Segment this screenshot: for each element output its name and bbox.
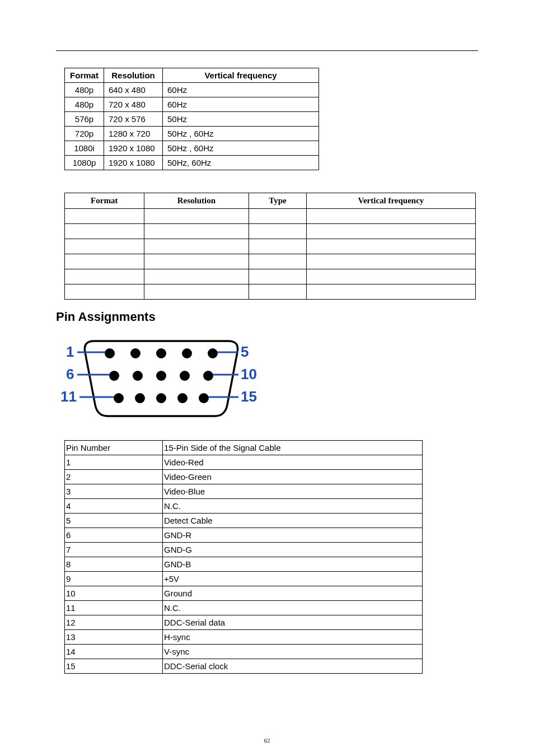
- svg-point-11: [135, 393, 145, 403]
- t3-cell: Detect Cable: [163, 514, 423, 528]
- t3-cell: 5: [65, 514, 163, 528]
- table-row: 480p 720 x 480 60Hz: [65, 97, 319, 112]
- page-title: Pin Assignments: [56, 310, 478, 324]
- table-row: 1080i 1920 x 1080 50Hz , 60Hz: [65, 141, 319, 156]
- table-row: 6GND-R: [65, 528, 423, 543]
- table-row: 8GND-B: [65, 557, 423, 572]
- t3-cell: 2: [65, 470, 163, 484]
- t1-cell: 50Hz: [163, 112, 319, 127]
- t1-cell: 60Hz: [163, 83, 319, 97]
- t1-cell: 50Hz, 60Hz: [163, 156, 319, 170]
- svg-point-7: [156, 371, 166, 381]
- table-row: 2Video-Green: [65, 470, 423, 484]
- t3-cell: 3: [65, 484, 163, 499]
- page: Format Resolution Vertical frequency 480…: [0, 0, 534, 756]
- svg-point-4: [208, 348, 218, 358]
- table-row: [65, 284, 476, 300]
- t3-cell: Video-Green: [163, 470, 423, 484]
- t3-cell: GND-R: [163, 528, 423, 543]
- table-row: 12DDC-Serial data: [65, 615, 423, 630]
- t3-cell: DDC-Serial clock: [163, 659, 423, 674]
- t3-cell: 15: [65, 659, 163, 674]
- svg-point-12: [156, 393, 166, 403]
- svg-point-1: [130, 348, 140, 358]
- top-rule: [56, 50, 478, 51]
- t3-cell: 13: [65, 630, 163, 645]
- t3-cell: 4: [65, 499, 163, 514]
- t1-cell: 50Hz , 60Hz: [163, 141, 319, 156]
- t3-cell: 1: [65, 455, 163, 470]
- t1-header-format: Format: [65, 68, 104, 83]
- table-row: 7GND-G: [65, 543, 423, 557]
- pin-label-11: 11: [60, 389, 77, 404]
- table-row: [65, 239, 476, 254]
- t3-cell: V-sync: [163, 645, 423, 659]
- t1-cell: 480p: [65, 83, 104, 97]
- svg-point-10: [114, 393, 124, 403]
- pin-assignment-table: Pin Number 15-Pin Side of the Signal Cab…: [64, 440, 423, 674]
- t1-cell: 480p: [65, 97, 104, 112]
- table-row: 3Video-Blue: [65, 484, 423, 499]
- t3-header-pin: Pin Number: [65, 441, 163, 455]
- t1-header-resolution: Resolution: [104, 68, 163, 83]
- t1-cell: 720p: [65, 127, 104, 141]
- pin-label-10: 10: [241, 367, 257, 381]
- t2-header-type: Type: [249, 193, 307, 209]
- video-format-table: Format Resolution Vertical frequency 480…: [64, 68, 319, 170]
- empty-format-table: Format Resolution Type Vertical frequenc…: [64, 193, 476, 300]
- svg-point-6: [133, 371, 143, 381]
- t2-header-vfreq: Vertical frequency: [306, 193, 475, 209]
- page-number: 62: [0, 737, 534, 744]
- svg-point-9: [203, 371, 213, 381]
- svg-point-13: [177, 393, 188, 403]
- t1-cell: 50Hz , 60Hz: [163, 127, 319, 141]
- t2-header-resolution: Resolution: [144, 193, 249, 209]
- t1-cell: 720 x 480: [104, 97, 163, 112]
- t1-cell: 640 x 480: [104, 83, 163, 97]
- t3-cell: 6: [65, 528, 163, 543]
- t3-cell: 12: [65, 615, 163, 630]
- t3-cell: Video-Red: [163, 455, 423, 470]
- svg-point-0: [105, 348, 115, 358]
- svg-point-14: [199, 393, 209, 403]
- t1-cell: 1920 x 1080: [104, 156, 163, 170]
- table-row: 10Ground: [65, 586, 423, 601]
- t3-cell: GND-G: [163, 543, 423, 557]
- vga-connector-diagram: 1 6 11 5 10 15: [60, 337, 268, 423]
- t3-cell: Video-Blue: [163, 484, 423, 499]
- t3-cell: GND-B: [163, 557, 423, 572]
- table-row: [65, 269, 476, 284]
- t3-cell: 7: [65, 543, 163, 557]
- t3-cell: 10: [65, 586, 163, 601]
- table-row: 15DDC-Serial clock: [65, 659, 423, 674]
- table-row: [65, 224, 476, 239]
- pin-label-1: 1: [66, 344, 74, 359]
- svg-point-3: [182, 348, 192, 358]
- t1-cell: 1080i: [65, 141, 104, 156]
- table-row: 5Detect Cable: [65, 514, 423, 528]
- t3-cell: 8: [65, 557, 163, 572]
- t1-cell: 1280 x 720: [104, 127, 163, 141]
- table-row: 1080p 1920 x 1080 50Hz, 60Hz: [65, 156, 319, 170]
- t2-header-format: Format: [65, 193, 144, 209]
- t3-cell: H-sync: [163, 630, 423, 645]
- pin-label-15: 15: [241, 389, 257, 404]
- t1-header-vfreq: Vertical frequency: [163, 68, 319, 83]
- table-row: 1Video-Red: [65, 455, 423, 470]
- t3-header-signal: 15-Pin Side of the Signal Cable: [163, 441, 423, 455]
- t3-cell: 9: [65, 572, 163, 586]
- table-row: 14V-sync: [65, 645, 423, 659]
- svg-point-8: [180, 371, 190, 381]
- connector-svg: [60, 337, 268, 423]
- t3-cell: 11: [65, 601, 163, 615]
- table-row: [65, 209, 476, 224]
- t3-cell: 14: [65, 645, 163, 659]
- svg-point-5: [109, 371, 119, 381]
- table-row: 9+5V: [65, 572, 423, 586]
- t3-cell: N.C.: [163, 601, 423, 615]
- t1-cell: 576p: [65, 112, 104, 127]
- t3-cell: +5V: [163, 572, 423, 586]
- table-row: [65, 254, 476, 269]
- t1-cell: 1920 x 1080: [104, 141, 163, 156]
- t3-cell: N.C.: [163, 499, 423, 514]
